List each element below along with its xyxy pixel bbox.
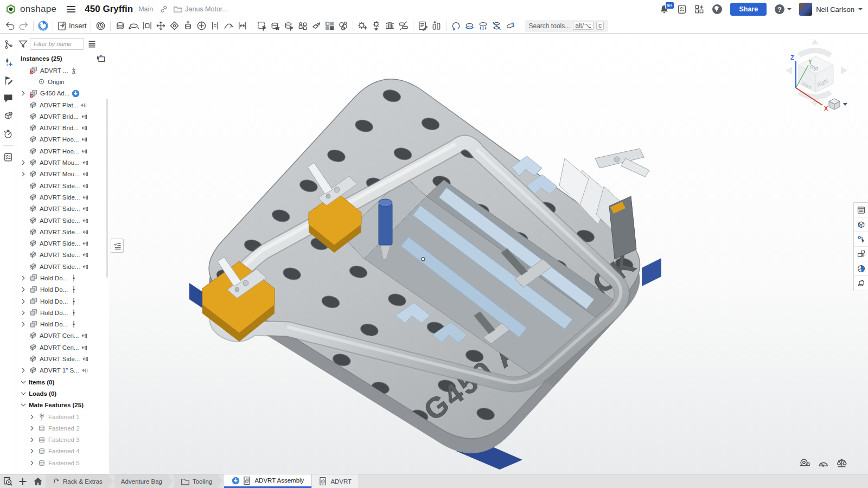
clamp-tools-button[interactable] (854, 276, 868, 291)
instance[interactable]: ADVRT Brid... (16, 122, 108, 133)
feature-gear-button[interactable] (356, 20, 369, 33)
mate-pin-slot-button[interactable] (195, 20, 208, 33)
instance-hold-down[interactable]: Hold Do... (16, 307, 108, 318)
animate-button[interactable] (490, 20, 503, 33)
chevron-right-icon[interactable] (20, 310, 27, 316)
user-menu[interactable]: Neil Carlson (799, 3, 863, 16)
chevron-right-icon[interactable] (20, 275, 27, 281)
replicate-button[interactable] (269, 20, 282, 33)
mate-planar-button[interactable] (154, 20, 168, 33)
structure-panel-button[interactable] (854, 203, 868, 217)
app-store-icon[interactable] (694, 4, 704, 14)
instance[interactable]: ADVRT Side... (16, 215, 108, 226)
instance[interactable]: ADVRT Hoo... (16, 134, 108, 145)
rack-pinion-button[interactable] (383, 20, 397, 33)
onshape-logo[interactable]: onshape (5, 4, 56, 15)
linear-pattern-button[interactable] (323, 20, 336, 33)
rail-versions-history-button[interactable] (1, 38, 15, 51)
chevron-right-icon[interactable] (28, 436, 35, 443)
tape-measure-button[interactable] (799, 458, 810, 469)
bom-button[interactable] (416, 20, 430, 33)
mass-scale-button[interactable] (836, 458, 847, 469)
list-options-icon[interactable] (87, 40, 97, 49)
instance[interactable]: ADVRT 1" S... (16, 365, 108, 376)
link-icon[interactable] (159, 5, 168, 14)
tab-rack-and-extras[interactable]: Rack & Extras (46, 474, 113, 488)
mate-fastened-3[interactable]: Fastened 3 (16, 434, 108, 446)
mate-fastened-button[interactable] (113, 20, 127, 33)
notifications-bell-icon[interactable]: 9+ (659, 4, 669, 15)
interference-button[interactable] (336, 20, 350, 33)
mate-tangent-button[interactable] (222, 20, 235, 33)
mass-properties-button[interactable] (854, 261, 868, 276)
chevron-down-icon[interactable] (20, 402, 27, 408)
assembly-origin-marker[interactable] (422, 258, 425, 261)
tab-manager-home-button[interactable] (30, 474, 46, 488)
exploded-orbit-button[interactable] (463, 20, 476, 33)
instance-hold-down[interactable]: Hold Do... (16, 296, 108, 307)
chevron-right-icon[interactable] (20, 90, 27, 97)
filter-input[interactable] (30, 38, 84, 50)
chevron-right-icon[interactable] (28, 448, 35, 454)
view-cube[interactable]: Top Front Right Y Z X (781, 38, 852, 114)
learning-center-icon[interactable] (712, 4, 723, 15)
tab-tooling[interactable]: Tooling (174, 474, 223, 488)
instance[interactable]: ADVRT Side... (16, 203, 108, 215)
mate-ball-button[interactable] (168, 20, 181, 33)
query-filter-button[interactable] (282, 20, 296, 33)
help-menu[interactable]: ? (774, 4, 792, 15)
mate-values-button[interactable] (369, 20, 383, 33)
mate-fastened-5[interactable]: Fastened 5 (16, 457, 108, 468)
mate-fastened-1[interactable]: Fastened 1 (16, 411, 108, 422)
instance-hold-down[interactable]: Hold Do... (16, 319, 108, 330)
tasks-icon[interactable] (677, 4, 687, 14)
chevron-down-icon[interactable] (20, 379, 27, 386)
rail-properties-button[interactable] (1, 151, 15, 164)
hidden-items-button[interactable] (854, 217, 868, 232)
chevron-right-icon[interactable] (28, 460, 35, 466)
instance-hold-down[interactable]: Hold Do... (16, 272, 108, 284)
mate-parallel-button[interactable] (208, 20, 222, 33)
instance[interactable]: ADVRT Cen... (16, 330, 108, 342)
rail-comments-button[interactable] (1, 92, 15, 105)
mate-revolute-button[interactable] (127, 20, 141, 33)
chevron-right-icon[interactable] (20, 171, 27, 177)
subassembly-g450[interactable]: G450 Ad... (16, 88, 108, 99)
instance[interactable]: ADVRT Side... (16, 249, 108, 261)
instance[interactable]: ADVRT Side... (16, 180, 108, 191)
chevron-right-icon[interactable] (28, 425, 35, 432)
graphics-viewport[interactable]: G450 ADV RACK (109, 34, 868, 474)
view-cube-body[interactable]: Top Front Right (799, 56, 833, 92)
mate-slider-button[interactable] (141, 20, 154, 33)
share-button[interactable]: Share (730, 3, 767, 16)
undo-button[interactable] (3, 20, 17, 33)
rail-performance-button[interactable] (1, 127, 15, 140)
project-breadcrumb[interactable]: Janus Motor... (174, 5, 228, 13)
chevron-right-icon[interactable] (20, 367, 27, 374)
origin[interactable]: Origin (16, 76, 108, 87)
instance-hold-down[interactable]: Hold Do... (16, 284, 108, 296)
section-mate-features[interactable]: Mate Features (25) (16, 400, 108, 411)
search-tabs-icon[interactable] (0, 474, 15, 488)
instance[interactable]: ADVRT Mou... (16, 157, 108, 168)
configurations-button[interactable] (854, 232, 868, 247)
hamburger-menu-icon[interactable] (66, 5, 76, 13)
appearance-panel-button[interactable] (503, 20, 517, 33)
root-assembly[interactable]: ADVRT ... (16, 65, 108, 76)
exploded-translate-button[interactable] (476, 20, 490, 33)
instance[interactable]: ADVRT Side... (16, 191, 108, 203)
instance[interactable]: ADVRT Side... (16, 226, 108, 237)
chevron-right-icon[interactable] (20, 286, 27, 293)
history-button[interactable] (94, 20, 107, 33)
assembly-3d-view[interactable]: G450 ADV RACK (109, 34, 868, 474)
named-positions-button[interactable] (430, 20, 443, 33)
rollback-button[interactable] (36, 20, 50, 33)
instance[interactable]: ADVRT Mou... (16, 169, 108, 180)
mate-distance-button[interactable] (235, 20, 249, 33)
redo-button[interactable] (17, 20, 30, 33)
instance[interactable]: ADVRT Brid... (16, 111, 108, 122)
mate-fastened-2[interactable]: Fastened 2 (16, 422, 108, 434)
chevron-right-icon[interactable] (20, 159, 27, 166)
group-parts-button[interactable] (296, 20, 309, 33)
chevron-right-icon[interactable] (28, 414, 35, 420)
